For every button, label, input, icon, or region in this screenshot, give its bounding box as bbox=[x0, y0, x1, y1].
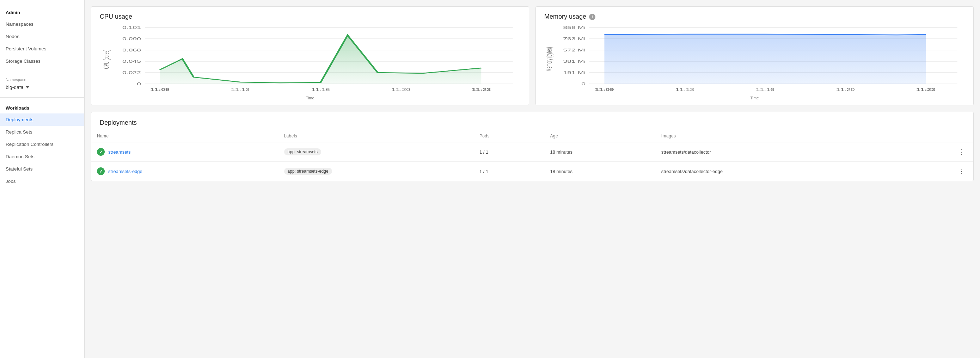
cell-age-1: 18 minutes bbox=[545, 162, 656, 181]
sidebar-item-jobs[interactable]: Jobs bbox=[0, 175, 84, 188]
cell-age-0: 18 minutes bbox=[545, 142, 656, 162]
col-pods: Pods bbox=[474, 130, 545, 142]
svg-text:191 Mi: 191 Mi bbox=[563, 71, 585, 75]
cell-label-1: app: streamsets-edge bbox=[278, 162, 474, 181]
label-chip-0: app: streamsets bbox=[284, 148, 321, 155]
deployment-link-0[interactable]: streamsets bbox=[108, 150, 131, 155]
col-name: Name bbox=[91, 130, 278, 142]
svg-text:0.068: 0.068 bbox=[123, 48, 141, 52]
cpu-chart-card: CPU usage 0.101 0.090 0.068 0.045 0.02 bbox=[91, 6, 529, 105]
col-labels: Labels bbox=[278, 130, 474, 142]
svg-text:11:13: 11:13 bbox=[231, 88, 250, 92]
table-row: streamsets-edge app: streamsets-edge 1 /… bbox=[91, 162, 973, 181]
cell-more-0[interactable]: ⋮ bbox=[896, 142, 973, 162]
svg-marker-32 bbox=[604, 34, 926, 84]
sidebar-item-namespaces[interactable]: Namespaces bbox=[0, 18, 84, 30]
col-images: Images bbox=[656, 130, 896, 142]
col-actions bbox=[896, 130, 973, 142]
svg-text:763 Mi: 763 Mi bbox=[563, 37, 585, 41]
col-age: Age bbox=[545, 130, 656, 142]
sidebar-item-replica-sets[interactable]: Replica Sets bbox=[0, 126, 84, 138]
svg-text:381 Mi: 381 Mi bbox=[563, 60, 585, 64]
cell-pods-0: 1 / 1 bbox=[474, 142, 545, 162]
svg-text:11:23: 11:23 bbox=[916, 88, 935, 92]
sidebar-item-replication-controllers[interactable]: Replication Controllers bbox=[0, 138, 84, 150]
namespace-value: big-data bbox=[6, 84, 24, 90]
cpu-chart-svg: 0.101 0.090 0.068 0.045 0.022 0 CPU (cor… bbox=[100, 24, 520, 94]
svg-text:11:20: 11:20 bbox=[836, 88, 855, 92]
namespace-selector[interactable]: big-data bbox=[0, 83, 84, 94]
memory-chart-card: Memory usage i 858 Mi 763 Mi 572 Mi 381 bbox=[536, 6, 974, 105]
namespace-label: Namespace bbox=[0, 75, 84, 83]
cell-label-0: app: streamsets bbox=[278, 142, 474, 162]
svg-text:0: 0 bbox=[581, 82, 585, 86]
svg-text:Memory (bytes): Memory (bytes) bbox=[545, 47, 554, 71]
memory-chart-title: Memory usage i bbox=[544, 13, 965, 21]
svg-text:11:20: 11:20 bbox=[391, 88, 410, 92]
cpu-chart-title: CPU usage bbox=[100, 13, 520, 21]
label-chip-1: app: streamsets-edge bbox=[284, 168, 332, 175]
cell-name-1: streamsets-edge bbox=[91, 162, 278, 181]
sidebar-divider-1 bbox=[0, 71, 84, 71]
table-header-row: Name Labels Pods Age Images bbox=[91, 130, 973, 142]
svg-text:11:13: 11:13 bbox=[675, 88, 694, 92]
deployments-title: Deployments bbox=[91, 112, 973, 130]
cell-name-0: streamsets bbox=[91, 142, 278, 162]
charts-row: CPU usage 0.101 0.090 0.068 0.045 0.02 bbox=[91, 6, 974, 105]
memory-chart-svg: 858 Mi 763 Mi 572 Mi 381 Mi 191 Mi 0 Mem… bbox=[544, 24, 965, 94]
sidebar-item-storage-classes[interactable]: Storage Classes bbox=[0, 55, 84, 67]
table-row: streamsets app: streamsets 1 / 1 18 minu… bbox=[91, 142, 973, 162]
cell-image-0: streamsets/datacollector bbox=[656, 142, 896, 162]
svg-text:11:09: 11:09 bbox=[150, 88, 169, 92]
cell-pods-1: 1 / 1 bbox=[474, 162, 545, 181]
cell-image-1: streamsets/datacollector-edge bbox=[656, 162, 896, 181]
cpu-x-axis-title: Time bbox=[100, 96, 520, 100]
more-button-1[interactable]: ⋮ bbox=[955, 167, 968, 176]
svg-text:0.090: 0.090 bbox=[123, 37, 141, 41]
svg-text:572 Mi: 572 Mi bbox=[563, 48, 585, 52]
svg-text:11:09: 11:09 bbox=[595, 88, 614, 92]
workloads-section-title: Workloads bbox=[0, 101, 84, 113]
chevron-down-icon bbox=[26, 86, 29, 88]
sidebar-item-deployments[interactable]: Deployments bbox=[0, 113, 84, 126]
svg-text:11:16: 11:16 bbox=[311, 88, 330, 92]
svg-text:11:16: 11:16 bbox=[756, 88, 775, 92]
svg-text:0: 0 bbox=[137, 82, 141, 86]
table-thead: Name Labels Pods Age Images bbox=[91, 130, 973, 142]
svg-text:11:23: 11:23 bbox=[472, 88, 491, 92]
status-icon-0 bbox=[97, 148, 105, 156]
cell-more-1[interactable]: ⋮ bbox=[896, 162, 973, 181]
sidebar: Admin Namespaces Nodes Persistent Volume… bbox=[0, 0, 84, 358]
memory-x-axis-title: Time bbox=[544, 96, 965, 100]
deployments-card: Deployments Name Labels Pods Age Images … bbox=[91, 112, 974, 181]
memory-chart-area: 858 Mi 763 Mi 572 Mi 381 Mi 191 Mi 0 Mem… bbox=[544, 24, 965, 94]
deployment-link-1[interactable]: streamsets-edge bbox=[108, 169, 142, 174]
svg-text:0.101: 0.101 bbox=[123, 26, 141, 30]
admin-section-title: Admin bbox=[0, 6, 84, 18]
svg-marker-13 bbox=[160, 35, 481, 84]
sidebar-item-stateful-sets[interactable]: Stateful Sets bbox=[0, 163, 84, 175]
deployments-table: Name Labels Pods Age Images streamsets a… bbox=[91, 130, 973, 181]
cpu-chart-area: 0.101 0.090 0.068 0.045 0.022 0 CPU (cor… bbox=[100, 24, 520, 94]
sidebar-item-persistent-volumes[interactable]: Persistent Volumes bbox=[0, 43, 84, 55]
deployments-tbody: streamsets app: streamsets 1 / 1 18 minu… bbox=[91, 142, 973, 181]
svg-text:0.022: 0.022 bbox=[123, 71, 141, 75]
svg-text:0.045: 0.045 bbox=[123, 60, 141, 64]
sidebar-divider-2 bbox=[0, 97, 84, 98]
info-icon: i bbox=[589, 14, 595, 20]
svg-text:858 Mi: 858 Mi bbox=[563, 26, 585, 30]
sidebar-item-nodes[interactable]: Nodes bbox=[0, 30, 84, 43]
svg-text:CPU (cores): CPU (cores) bbox=[102, 50, 110, 69]
main-content: CPU usage 0.101 0.090 0.068 0.045 0.02 bbox=[84, 0, 980, 358]
more-button-0[interactable]: ⋮ bbox=[955, 147, 968, 156]
sidebar-item-daemon-sets[interactable]: Daemon Sets bbox=[0, 150, 84, 163]
status-icon-1 bbox=[97, 167, 105, 175]
